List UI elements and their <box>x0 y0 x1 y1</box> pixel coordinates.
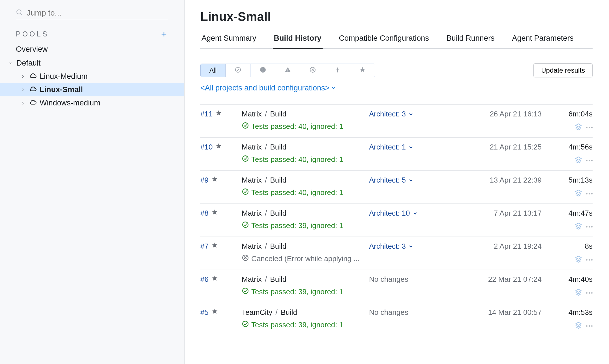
more-actions-icon[interactable] <box>586 123 593 132</box>
build-number[interactable]: #10 <box>200 143 213 151</box>
filter-error[interactable] <box>250 64 275 77</box>
more-actions-icon[interactable] <box>586 321 593 331</box>
svg-rect-4 <box>263 68 263 70</box>
build-status[interactable]: Tests passed: 40, ignored: 1 <box>242 188 369 197</box>
star-icon[interactable] <box>211 242 218 250</box>
filter-success[interactable] <box>226 64 250 77</box>
star-icon[interactable] <box>215 110 222 118</box>
star-icon[interactable] <box>211 275 218 283</box>
tab-agent-summary[interactable]: Agent Summary <box>200 32 258 48</box>
pool-default[interactable]: Default <box>0 57 184 70</box>
agent-windows-medium[interactable]: Windows-medium <box>0 96 184 110</box>
layers-icon[interactable] <box>575 255 582 265</box>
build-row[interactable]: #7 Matrix / Build Canceled (Error while … <box>200 237 593 270</box>
build-number[interactable]: #8 <box>200 209 209 218</box>
path-separator: / <box>265 110 267 118</box>
build-duration: 8s <box>585 242 593 251</box>
svg-point-18 <box>243 288 248 294</box>
build-row[interactable]: #8 Matrix / Build Tests passed: 39, igno… <box>200 204 593 237</box>
project-col: Matrix / Build Tests passed: 40, ignored… <box>242 110 369 132</box>
project-name: Matrix <box>242 242 262 250</box>
build-duration: 4m:56s <box>569 143 593 151</box>
build-status[interactable]: Tests passed: 39, ignored: 1 <box>242 287 369 296</box>
star-icon[interactable] <box>211 308 218 316</box>
build-status[interactable]: Tests passed: 39, ignored: 1 <box>242 221 369 230</box>
status-icon <box>242 254 249 263</box>
build-row[interactable]: #6 Matrix / Build Tests passed: 39, igno… <box>200 270 593 303</box>
tab-agent-parameters[interactable]: Agent Parameters <box>511 32 575 48</box>
project-path[interactable]: TeamCity / Build <box>242 308 369 317</box>
project-path[interactable]: Matrix / Build <box>242 242 369 251</box>
layers-icon[interactable] <box>575 189 582 198</box>
agent-linux-medium[interactable]: Linux-Medium <box>0 70 184 83</box>
build-status[interactable]: Tests passed: 40, ignored: 1 <box>242 155 369 164</box>
project-name: Matrix <box>242 275 262 283</box>
tab-compatible-configurations[interactable]: Compatible Configurations <box>338 32 430 48</box>
config-name: Build <box>281 308 297 317</box>
page-title: Linux-Small <box>200 10 593 24</box>
build-number[interactable]: #5 <box>200 308 209 317</box>
more-actions-icon[interactable] <box>586 156 593 165</box>
tab-build-runners[interactable]: Build Runners <box>445 32 496 48</box>
project-path[interactable]: Matrix / Build <box>242 110 369 118</box>
project-name: TeamCity <box>242 308 272 317</box>
build-number[interactable]: #9 <box>200 176 209 185</box>
changes-col[interactable]: Architect: 5 <box>369 176 457 198</box>
more-actions-icon[interactable] <box>586 222 593 231</box>
chevron-right-icon <box>20 87 26 93</box>
project-path[interactable]: Matrix / Build <box>242 176 369 185</box>
duration-col: 8s <box>542 242 593 265</box>
project-path[interactable]: Matrix / Build <box>242 209 369 218</box>
build-status[interactable]: Tests passed: 40, ignored: 1 <box>242 122 369 131</box>
changes-col[interactable]: Architect: 1 <box>369 143 457 165</box>
build-row[interactable]: #9 Matrix / Build Tests passed: 40, igno… <box>200 171 593 204</box>
search-input[interactable] <box>27 8 168 18</box>
add-pool-button[interactable]: + <box>161 29 168 39</box>
build-number-col: #7 <box>200 242 242 265</box>
more-actions-icon[interactable] <box>586 189 593 198</box>
filter-canceled[interactable] <box>300 64 325 77</box>
build-status[interactable]: Tests passed: 39, ignored: 1 <box>242 320 369 330</box>
project-path[interactable]: Matrix / Build <box>242 275 369 284</box>
agent-linux-small[interactable]: Linux-Small <box>0 83 184 96</box>
svg-point-2 <box>235 67 241 72</box>
project-path[interactable]: Matrix / Build <box>242 143 369 151</box>
build-row[interactable]: #5 TeamCity / Build Tests passed: 39, ig… <box>200 303 593 336</box>
layers-icon[interactable] <box>575 156 582 165</box>
more-actions-icon[interactable] <box>586 255 593 265</box>
build-status[interactable]: Canceled (Error while applying ... <box>242 254 369 263</box>
filter-starred[interactable] <box>350 64 375 77</box>
layers-icon[interactable] <box>575 222 582 231</box>
more-actions-icon[interactable] <box>586 288 593 298</box>
svg-point-0 <box>17 10 21 14</box>
build-row[interactable]: #10 Matrix / Build Tests passed: 40, ign… <box>200 138 593 171</box>
status-text: Tests passed: 39, ignored: 1 <box>251 320 343 329</box>
changes-col[interactable]: No changes <box>369 275 457 298</box>
build-row[interactable]: #11 Matrix / Build Tests passed: 40, ign… <box>200 104 593 138</box>
filter-pinned[interactable] <box>325 64 350 77</box>
star-icon[interactable] <box>211 176 218 184</box>
changes-col[interactable]: Architect: 10 <box>369 209 457 231</box>
changes-col[interactable]: Architect: 3 <box>369 110 457 132</box>
star-icon[interactable] <box>211 209 218 217</box>
star-icon[interactable] <box>215 143 222 151</box>
scope-selector[interactable]: <All projects and build configurations> <box>200 84 336 92</box>
changes-col[interactable]: Architect: 3 <box>369 242 457 265</box>
filter-warning[interactable] <box>275 64 300 77</box>
layers-icon[interactable] <box>575 123 582 132</box>
agent-label: Linux-Small <box>40 85 83 94</box>
search-field[interactable] <box>16 6 168 20</box>
chevron-right-icon <box>20 100 26 106</box>
build-number[interactable]: #7 <box>200 242 209 251</box>
layers-icon[interactable] <box>575 321 582 331</box>
tab-build-history[interactable]: Build History <box>273 32 323 49</box>
filter-all[interactable]: All <box>201 64 226 77</box>
build-number[interactable]: #11 <box>200 110 213 118</box>
layers-icon[interactable] <box>575 288 582 298</box>
update-results-button[interactable]: Update results <box>533 63 593 77</box>
changes-col[interactable]: No changes <box>369 308 457 331</box>
overview-link[interactable]: Overview <box>0 42 184 57</box>
svg-point-13 <box>243 189 248 194</box>
build-number-col: #9 <box>200 176 242 198</box>
build-number[interactable]: #6 <box>200 275 209 284</box>
